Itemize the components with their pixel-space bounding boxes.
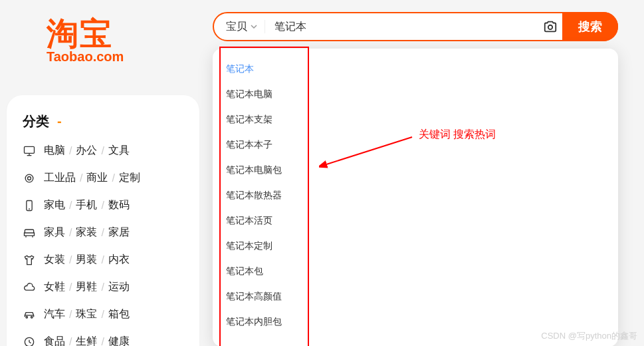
category-link[interactable]: 汽车 — [44, 307, 65, 321]
search-type-dropdown[interactable]: 宝贝 — [214, 20, 265, 34]
car-icon — [23, 308, 36, 321]
search-suggestions-dropdown: 笔记本笔记本电脑笔记本支架笔记本本子笔记本电脑包笔记本散热器笔记本活页笔记本定制… — [213, 49, 618, 346]
category-row[interactable]: 电脑 / 办公 / 文具 — [23, 144, 183, 158]
category-row[interactable]: 工业品 / 商业 / 定制 — [23, 171, 183, 185]
chevron-down-icon — [250, 23, 258, 31]
category-link[interactable]: 健康 — [108, 335, 130, 346]
search-bar: 宝贝 搜索 — [213, 12, 618, 41]
logo-block[interactable]: 淘宝 Taobao.com — [7, 12, 199, 65]
category-link[interactable]: 男鞋 — [76, 280, 97, 294]
category-link[interactable]: 珠宝 — [76, 307, 97, 321]
clock-icon — [23, 335, 36, 346]
category-separator: / — [80, 172, 82, 184]
search-suggestion-item[interactable]: 笔记本包 — [213, 259, 618, 284]
category-link[interactable]: 电脑 — [44, 144, 65, 158]
category-separator: / — [101, 200, 104, 212]
categories-title-text: 分类 — [23, 112, 49, 130]
category-separator: / — [69, 281, 72, 293]
categories-panel: 分类 - 电脑 / 办公 / 文具工业品 / 商业 / 定制家电 / 手机 / … — [7, 95, 199, 346]
search-button[interactable]: 搜索 — [562, 12, 618, 41]
camera-icon — [543, 19, 558, 34]
category-row[interactable]: 食品 / 生鲜 / 健康 — [23, 335, 183, 346]
category-row[interactable]: 家具 / 家装 / 家居 — [23, 226, 183, 240]
categories-title: 分类 - — [23, 112, 183, 130]
svg-point-3 — [25, 174, 33, 182]
category-link[interactable]: 数码 — [108, 198, 130, 212]
category-link[interactable]: 办公 — [76, 144, 97, 158]
category-link[interactable]: 工业品 — [44, 171, 76, 185]
category-links: 家电 / 手机 / 数码 — [44, 198, 130, 212]
category-link[interactable]: 家电 — [44, 198, 65, 212]
category-row[interactable]: 女装 / 男装 / 内衣 — [23, 253, 183, 267]
category-separator: / — [112, 172, 114, 184]
search-suggestion-item[interactable]: 笔记本支架 — [213, 107, 618, 132]
category-link[interactable]: 文具 — [108, 144, 130, 158]
category-separator: / — [101, 254, 104, 266]
category-link[interactable]: 男装 — [76, 253, 97, 267]
category-link[interactable]: 家居 — [108, 226, 130, 240]
category-link[interactable]: 食品 — [44, 335, 65, 346]
search-suggestion-item[interactable]: 笔记本定制 — [213, 234, 618, 259]
svg-point-9 — [26, 316, 28, 318]
logo-subtext: Taobao.com — [47, 49, 199, 65]
category-link[interactable]: 家装 — [76, 226, 97, 240]
category-link[interactable]: 运动 — [108, 280, 130, 294]
category-link[interactable]: 定制 — [119, 171, 140, 185]
search-suggestion-item[interactable]: 笔记本活页 — [213, 208, 618, 234]
category-links: 汽车 / 珠宝 / 箱包 — [44, 307, 130, 321]
svg-rect-0 — [25, 146, 35, 153]
cloud-icon — [23, 281, 36, 294]
category-row[interactable]: 家电 / 手机 / 数码 — [23, 198, 183, 212]
sofa-icon — [23, 226, 36, 240]
search-suggestion-item[interactable]: 笔记本电脑 — [213, 82, 618, 107]
search-suggestion-item[interactable]: 笔记本高颜值 — [213, 284, 618, 309]
logo-text: 淘宝 — [47, 17, 199, 51]
category-link[interactable]: 手机 — [76, 198, 97, 212]
category-separator: / — [101, 227, 104, 239]
category-link[interactable]: 内衣 — [108, 253, 130, 267]
category-separator: / — [69, 227, 72, 239]
category-link[interactable]: 箱包 — [108, 307, 130, 321]
phone-icon — [23, 199, 36, 212]
search-suggestion-item[interactable]: 笔记本 — [213, 57, 618, 82]
category-separator: / — [101, 145, 104, 157]
category-separator: / — [101, 281, 104, 293]
category-link[interactable]: 商业 — [86, 171, 108, 185]
shirt-icon — [23, 254, 36, 267]
category-row[interactable]: 女鞋 / 男鞋 / 运动 — [23, 280, 183, 294]
category-link[interactable]: 女装 — [44, 253, 65, 267]
svg-point-10 — [31, 316, 33, 318]
category-links: 食品 / 生鲜 / 健康 — [44, 335, 130, 346]
category-separator: / — [101, 336, 104, 346]
category-separator: / — [69, 145, 72, 157]
category-links: 女鞋 / 男鞋 / 运动 — [44, 280, 130, 294]
categories-dash-icon: - — [57, 114, 62, 129]
search-suggestion-item[interactable]: 笔记本电脑包 — [213, 158, 618, 183]
svg-point-4 — [28, 176, 31, 180]
category-separator: / — [69, 200, 72, 212]
category-link[interactable]: 生鲜 — [76, 335, 97, 346]
gear-icon — [23, 172, 36, 185]
category-link[interactable]: 女鞋 — [44, 280, 65, 294]
monitor-icon — [23, 144, 36, 158]
category-separator: / — [101, 309, 104, 321]
svg-point-13 — [548, 25, 552, 29]
watermark-text: CSDN @写python的鑫哥 — [541, 330, 637, 342]
camera-search-button[interactable] — [538, 15, 562, 39]
category-separator: / — [69, 254, 72, 266]
search-type-label: 宝贝 — [226, 20, 247, 34]
search-suggestion-item[interactable]: 笔记本本子 — [213, 132, 618, 158]
category-link[interactable]: 家具 — [44, 226, 65, 240]
category-links: 女装 / 男装 / 内衣 — [44, 253, 130, 267]
category-separator: / — [69, 336, 72, 346]
search-input[interactable] — [265, 21, 538, 33]
category-row[interactable]: 汽车 / 珠宝 / 箱包 — [23, 307, 183, 321]
category-links: 家具 / 家装 / 家居 — [44, 226, 130, 240]
category-links: 电脑 / 办公 / 文具 — [44, 144, 130, 158]
search-suggestion-item[interactable]: 笔记本散热器 — [213, 183, 618, 208]
category-links: 工业品 / 商业 / 定制 — [44, 171, 140, 185]
category-separator: / — [69, 309, 72, 321]
